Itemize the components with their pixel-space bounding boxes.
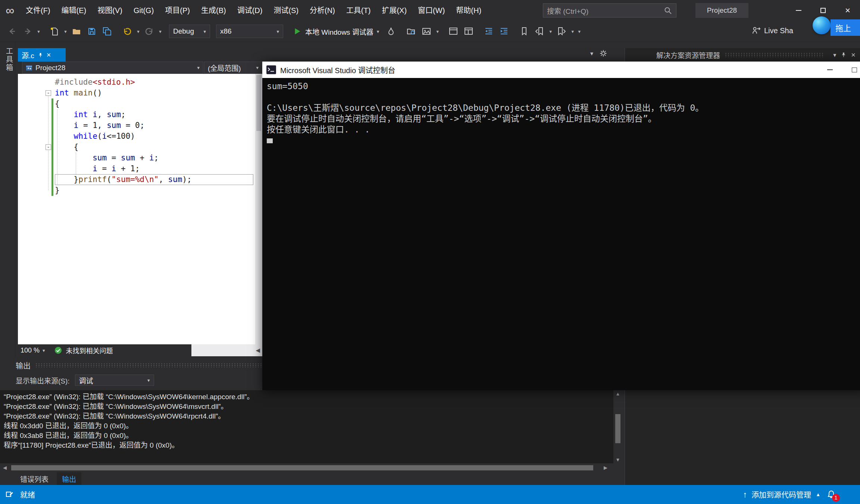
project-icon (26, 65, 32, 71)
solution-configuration-dropdown[interactable]: Debug ▾ (169, 25, 210, 38)
floating-overlay-badge[interactable]: 拖上 (831, 19, 860, 36)
minimize-button[interactable] (786, 0, 811, 21)
chevron-up-icon[interactable]: ▲ (816, 492, 820, 497)
undo-button[interactable] (120, 24, 134, 39)
document-health-label[interactable]: 未找到相关问题 (66, 345, 113, 355)
code-gutter (18, 120, 55, 131)
screenshot-caret[interactable]: ▾ (435, 29, 440, 34)
tab-close-icon[interactable]: × (47, 51, 51, 59)
search-input[interactable]: 搜索 (Ctrl+Q) (543, 3, 676, 18)
output-line: “Project28.exe” (Win32): 已加载 “C:\Windows… (4, 402, 613, 411)
console-maximize-button[interactable] (842, 62, 860, 78)
chevron-down-icon[interactable]: ▾ (590, 50, 593, 57)
bookmark-next-caret[interactable]: ▾ (570, 29, 575, 34)
toolbar-overflow-caret[interactable]: ▾ (576, 29, 582, 34)
panel-grip (725, 53, 824, 57)
indent-decrease-button[interactable] (482, 24, 496, 39)
output-vertical-scrollbar[interactable]: ▲ ▼ (613, 390, 622, 463)
zoom-dropdown[interactable]: 100 % (21, 347, 40, 354)
redo-button[interactable] (142, 24, 156, 39)
output-horizontal-scrollbar[interactable]: ◀ ▶ (0, 463, 613, 472)
status-tasks-icon[interactable] (5, 490, 14, 499)
new-file-button[interactable] (47, 24, 62, 39)
editor-tab-source-c[interactable]: 源.c × (18, 48, 66, 62)
toggle-bookmark-button[interactable] (517, 24, 531, 39)
navigation-history-caret[interactable]: ▾ (36, 29, 41, 34)
menu-item[interactable]: 分析(N) (304, 0, 341, 21)
pin-icon[interactable] (38, 52, 43, 58)
notifications-button[interactable]: 1 (825, 488, 838, 501)
menu-item[interactable]: 文件(F) (20, 0, 56, 21)
output-panel-title: 输出 (16, 360, 31, 371)
floating-assistant-icon[interactable] (813, 16, 831, 34)
navigate-back-button[interactable] (5, 24, 19, 39)
scroll-right-icon[interactable]: ▶ (604, 465, 607, 470)
console-title-bar[interactable]: Microsoft Visual Studio 调试控制台 (262, 62, 860, 78)
screenshot-button[interactable] (419, 24, 434, 39)
toolbox-tab[interactable]: 工具箱 (4, 47, 14, 72)
start-debugging-button[interactable]: 本地 Windows 调试器 ▾ (289, 26, 383, 37)
scope-dropdown-value: (全局范围) (208, 63, 241, 73)
add-to-source-control-button[interactable]: 添加到源代码管理 (751, 489, 811, 500)
menu-item[interactable]: 编辑(E) (56, 0, 92, 21)
menu-item[interactable]: 测试(S) (268, 0, 304, 21)
split-window-button[interactable] (462, 24, 476, 39)
menu-item[interactable]: Git(G) (128, 0, 159, 21)
find-in-files-button[interactable] (404, 24, 418, 39)
live-share-button[interactable]: Live Sha (751, 26, 793, 35)
menu-item[interactable]: 窗口(W) (412, 0, 450, 21)
scroll-down-icon[interactable]: ▼ (613, 457, 622, 463)
bottom-tab[interactable]: 输出 (57, 472, 81, 485)
undo-caret[interactable]: ▾ (135, 29, 141, 34)
pin-icon[interactable] (841, 52, 847, 58)
output-lines[interactable]: “Project28.exe” (Win32): 已加载 “C:\Windows… (0, 390, 613, 463)
scroll-left-icon[interactable]: ◀ (256, 347, 260, 354)
bookmark-caret[interactable]: ▾ (548, 29, 553, 34)
close-icon[interactable]: × (851, 51, 856, 59)
editor-vertical-scrollbar[interactable] (255, 74, 262, 344)
scope-dropdown[interactable]: (全局范围) ▾ (204, 62, 262, 74)
code-editor[interactable]: #include<stdio.h>-int main(){ int i, sum… (18, 74, 262, 344)
scroll-up-icon[interactable]: ▲ (613, 391, 622, 397)
console-minimize-button[interactable] (817, 62, 842, 78)
gear-icon[interactable] (599, 49, 607, 57)
previous-bookmark-button[interactable] (532, 24, 547, 39)
status-bar-left: 就绪 (5, 489, 35, 500)
navigate-forward-button[interactable] (21, 24, 35, 39)
save-button[interactable] (85, 24, 99, 39)
live-share-label: Live Sha (764, 26, 793, 35)
menu-item[interactable]: 生成(B) (196, 0, 232, 21)
bottom-tab[interactable]: 错误列表 (15, 472, 54, 485)
new-file-caret[interactable]: ▾ (63, 29, 68, 34)
editor-horizontal-scrollbar[interactable]: ◀ (191, 344, 262, 356)
menu-item[interactable]: 工具(T) (341, 0, 376, 21)
fold-toggle-icon[interactable]: - (46, 90, 51, 96)
indent-increase-button[interactable] (497, 24, 511, 39)
next-bookmark-button[interactable] (554, 24, 569, 39)
hot-reload-button[interactable] (384, 24, 398, 39)
console-text: sum=5050 C:\Users\王斯熠\source\repos\Proje… (267, 81, 860, 135)
solution-explorer-header[interactable]: 解决方案资源管理器 ▾ × (625, 48, 860, 62)
menu-item[interactable]: 项目(P) (159, 0, 196, 21)
search-icon (663, 6, 672, 15)
console-output[interactable]: sum=5050 C:\Users\王斯熠\source\repos\Proje… (262, 78, 860, 390)
open-file-button[interactable] (69, 24, 84, 39)
project-dropdown[interactable]: Project28 ▾ (22, 62, 203, 74)
solution-platform-dropdown[interactable]: x86 ▾ (216, 25, 283, 38)
save-all-button[interactable] (100, 24, 114, 39)
menu-item[interactable]: 调试(D) (232, 0, 268, 21)
menu-item[interactable]: 扩展(X) (376, 0, 412, 21)
scrollbar-thumb[interactable] (615, 414, 620, 443)
code-lines: #include<stdio.h>-int main(){ int i, sum… (18, 77, 262, 196)
close-button[interactable]: × (835, 0, 860, 21)
scrollbar-thumb[interactable] (256, 75, 261, 131)
scroll-left-icon[interactable]: ◀ (3, 465, 7, 470)
scrollbar-thumb[interactable] (11, 465, 593, 470)
window-layout-button[interactable] (446, 24, 460, 39)
menu-item[interactable]: 视图(V) (92, 0, 128, 21)
chevron-down-icon[interactable]: ▾ (833, 51, 836, 59)
menu-item[interactable]: 帮助(H) (450, 0, 487, 21)
output-source-dropdown[interactable]: 调试 ▾ (75, 375, 154, 386)
redo-caret[interactable]: ▾ (157, 29, 163, 34)
fold-toggle-icon[interactable]: - (46, 144, 51, 150)
